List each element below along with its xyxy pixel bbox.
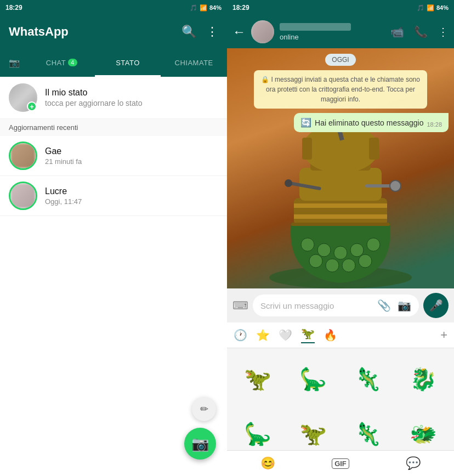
svg-point-6 xyxy=(309,254,322,268)
sticker-1[interactable]: 🦖 xyxy=(231,353,285,406)
status-icons-right: 🎵 📶 84% xyxy=(417,4,449,12)
sticker-5[interactable]: 🦕 xyxy=(231,408,285,451)
status-contact-lucre[interactable]: Lucre Oggi, 11:47 xyxy=(0,176,227,216)
my-status-text: Il mio stato tocca per aggiornare lo sta… xyxy=(45,88,142,107)
menu-icon[interactable]: ⋮ xyxy=(206,25,218,39)
sticker-7[interactable]: 🦎 xyxy=(342,408,395,451)
svg-point-1 xyxy=(301,238,314,251)
svg-point-7 xyxy=(326,259,339,272)
voice-call-icon[interactable]: 📞 xyxy=(414,25,428,38)
search-icon[interactable]: 🔍 xyxy=(181,25,196,39)
signal-icon-right: 📶 xyxy=(427,4,434,12)
time-right: 18:29 xyxy=(232,4,249,12)
sticker-add-icon[interactable]: + xyxy=(440,328,447,342)
gif-label[interactable]: GIF xyxy=(332,458,349,469)
edit-icon: ✏ xyxy=(200,403,208,415)
left-panel: 18:29 🎵 📶 84% WhatsApp 🔍 ⋮ 📷 CHAT 4 STAT… xyxy=(0,0,227,476)
left-header: WhatsApp 🔍 ⋮ xyxy=(0,15,227,48)
gae-avatar xyxy=(9,141,37,170)
mic-icon: 🎤 xyxy=(429,299,443,312)
svg-point-25 xyxy=(390,180,401,191)
tab-chat[interactable]: CHAT 4 xyxy=(29,48,95,77)
signal-icon: 📶 xyxy=(200,4,207,12)
battery-right: 84% xyxy=(436,4,449,11)
lucre-info: Lucre Oggi, 11:47 xyxy=(45,186,82,206)
attachment-icon[interactable]: 📎 xyxy=(377,299,391,312)
sticker-tab-clock[interactable]: 🕐 xyxy=(234,328,247,342)
tabs-bar: 📷 CHAT 4 STATO CHIAMATE xyxy=(0,48,227,77)
keyboard-icon[interactable]: ⌨ xyxy=(232,299,248,312)
chat-contact-avatar[interactable] xyxy=(251,20,274,43)
status-icons-left: 🎵 📶 84% xyxy=(190,4,222,12)
svg-point-5 xyxy=(367,238,380,251)
deleted-msg-icon: 🔄 xyxy=(300,117,311,128)
tab-stato[interactable]: STATO xyxy=(95,48,161,77)
time-left: 18:29 xyxy=(5,4,22,12)
messages-overlay: OGGI 🔒 I messaggi inviati a questa chat … xyxy=(227,48,454,138)
tab-chat-label: CHAT xyxy=(46,59,66,67)
chat-contact-info[interactable]: online xyxy=(280,23,385,41)
emoji-icon[interactable]: 😊 xyxy=(260,456,275,471)
camera-input-icon[interactable]: 📷 xyxy=(398,299,411,312)
svg-rect-12 xyxy=(294,214,387,219)
sticker-3[interactable]: 🦎 xyxy=(342,353,395,406)
input-bar: ⌨ Scrivi un messaggio 📎 📷 🎤 xyxy=(227,288,454,322)
gae-info: Gae 21 minuti fa xyxy=(45,146,82,166)
fab-edit-button[interactable]: ✏ xyxy=(192,397,216,421)
video-call-icon[interactable]: 📹 xyxy=(390,25,404,38)
dalek-illustration xyxy=(258,113,423,288)
sticker-2[interactable]: 🦕 xyxy=(287,353,340,406)
lucre-name: Lucre xyxy=(45,186,82,196)
sticker-tab-star[interactable]: ⭐ xyxy=(256,328,270,342)
chat-header-actions: 📹 📞 ⋮ xyxy=(390,25,449,38)
spotify-icon-right: 🎵 xyxy=(417,4,424,12)
sticker-tab-dino[interactable]: 🦖 xyxy=(301,327,315,343)
svg-point-9 xyxy=(359,254,372,268)
status-contact-gae[interactable]: Gae 21 minuti fa xyxy=(0,136,227,176)
svg-point-4 xyxy=(350,243,364,257)
spotify-icon: 🎵 xyxy=(190,4,197,12)
battery-left: 84% xyxy=(209,4,222,11)
sticker-tab-heart[interactable]: 🤍 xyxy=(279,328,292,342)
chat-menu-icon[interactable]: ⋮ xyxy=(438,25,449,38)
back-button[interactable]: ← xyxy=(232,24,246,39)
tab-chiamate-label: CHIAMATE xyxy=(175,59,213,67)
message-input-container[interactable]: Scrivi un messaggio 📎 📷 xyxy=(253,294,419,316)
date-badge: OGGI xyxy=(325,54,355,66)
svg-point-23 xyxy=(285,179,292,187)
right-panel: 18:29 🎵 📶 84% ← online 📹 📞 ⋮ xyxy=(227,0,454,476)
system-message[interactable]: 🔒 I messaggi inviati a questa chat e le … xyxy=(254,70,427,109)
chat-badge: 4 xyxy=(68,59,77,66)
svg-point-8 xyxy=(342,259,355,272)
my-status-row[interactable]: + Il mio stato tocca per aggiornare lo s… xyxy=(0,77,227,119)
deleted-message-bubble: 🔄 Hai eliminato questo messaggio 18:28 xyxy=(294,113,449,132)
gae-name: Gae xyxy=(45,146,82,156)
input-right-icons: 📎 📷 xyxy=(377,299,411,312)
sticker-panel: 🕐 ⭐ 🤍 🦖 🔥 + 🦖 🦕 🦎 🐉 🦕 🦖 🦎 🐲 🦖 🦕 🐉 🦎 � xyxy=(227,322,454,476)
recent-label: Aggiornamenti recenti xyxy=(0,119,227,136)
my-status-name: Il mio stato xyxy=(45,88,142,98)
sticker-grid: 🦖 🦕 🦎 🐉 🦕 🦖 🦎 🐲 🦖 🦕 🐉 🦎 xyxy=(227,348,454,450)
sticker-bottom-bar: 😊 GIF 💬 xyxy=(227,450,454,476)
sticker-4[interactable]: 🐉 xyxy=(397,353,450,406)
sticker-tab-fire[interactable]: 🔥 xyxy=(324,328,337,342)
tab-camera[interactable]: 📷 xyxy=(0,58,29,68)
sticker-6[interactable]: 🦖 xyxy=(287,408,340,451)
add-status-dot: + xyxy=(27,101,37,111)
fab-container: ✏ 📷 xyxy=(184,397,216,460)
gae-time: 21 minuti fa xyxy=(45,157,82,166)
mic-button[interactable]: 🎤 xyxy=(423,293,449,318)
svg-point-2 xyxy=(317,243,331,257)
sticker-icon[interactable]: 💬 xyxy=(406,456,421,471)
message-input-placeholder[interactable]: Scrivi un messaggio xyxy=(260,301,373,310)
tab-chiamate[interactable]: CHIAMATE xyxy=(161,48,227,77)
fab-camera-button[interactable]: 📷 xyxy=(184,428,216,460)
sticker-8[interactable]: 🐲 xyxy=(397,408,450,451)
lucre-avatar xyxy=(9,182,37,210)
status-bar-left: 18:29 🎵 📶 84% xyxy=(0,0,227,15)
svg-point-3 xyxy=(334,246,347,259)
my-avatar: + xyxy=(9,83,37,112)
header-icons: 🔍 ⋮ xyxy=(181,25,218,39)
camera-fab-icon: 📷 xyxy=(191,435,209,452)
lucre-time: Oggi, 11:47 xyxy=(45,197,82,206)
